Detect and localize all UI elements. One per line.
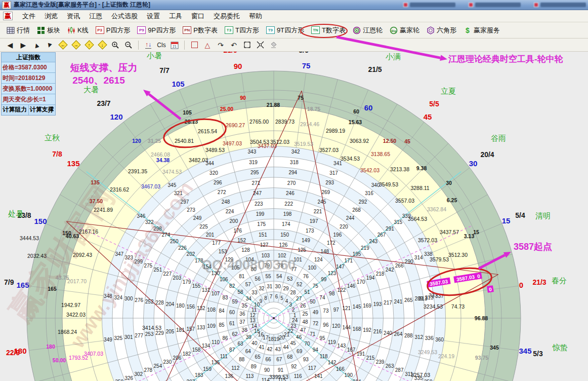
- wheel-number: 25: [303, 311, 309, 317]
- diamond-right-icon[interactable]: →: [70, 40, 82, 51]
- wheel-number: 112: [231, 365, 239, 371]
- calendar-icon[interactable]: 21: [169, 40, 181, 51]
- wheel-number: 302: [134, 371, 143, 377]
- wheel-label: 20/4: [480, 150, 494, 159]
- toolbar-item-P四方形[interactable]: P3P四方形: [92, 25, 134, 36]
- wheel-number: 360: [435, 337, 444, 342]
- wheel-number: 120: [332, 323, 341, 329]
- menu-item-文件[interactable]: 文件: [18, 11, 40, 22]
- wheel-number: 199: [256, 211, 265, 217]
- zoom-in-icon[interactable]: [109, 40, 121, 51]
- wheel-number: 343: [248, 149, 257, 155]
- wheel-number: 203: [173, 275, 182, 281]
- wheel-number: 159: [203, 366, 212, 372]
- wheel-number: 144: [342, 325, 351, 330]
- expand-icon[interactable]: [241, 40, 253, 51]
- diamond-down-icon[interactable]: ↓: [96, 40, 108, 51]
- wheel-number: 205: [166, 329, 175, 334]
- wheel-number: 218: [376, 271, 385, 277]
- diamond-up-icon[interactable]: ↑: [83, 40, 95, 51]
- wheel-number: 124: [314, 257, 323, 262]
- wheel-number: 73: [323, 308, 329, 314]
- wheel-number: 44: [283, 345, 289, 350]
- square-tool-icon[interactable]: [188, 40, 200, 51]
- chip-icon: P3: [96, 26, 104, 34]
- toolbar-item-label: P四方形: [106, 26, 131, 35]
- toolbar-item-T数字表[interactable]: TNT数字表: [308, 25, 349, 36]
- menu-item-江恩[interactable]: 江恩: [85, 11, 107, 22]
- wheel-number: 247: [253, 190, 262, 196]
- wheel-number: 53: [287, 276, 293, 282]
- wheel-number: 50: [310, 299, 316, 304]
- clear-icon[interactable]: [267, 40, 279, 51]
- menu-item-窗口[interactable]: 窗口: [187, 11, 209, 22]
- wheel-label: 3474.53: [162, 169, 182, 175]
- toolbar-item-江恩轮[interactable]: 江恩轮: [349, 25, 386, 36]
- menu-item-工具[interactable]: 工具: [164, 11, 187, 22]
- wheel-number: 34: [246, 296, 252, 301]
- triangle-tool-icon[interactable]: △: [201, 40, 214, 51]
- toolbar-item-板块[interactable]: 板块: [33, 25, 64, 36]
- wheel-label: 3257.03: [411, 372, 430, 378]
- rotate-ccw-icon[interactable]: ↷: [215, 40, 227, 51]
- tab-favicon: [534, 3, 538, 7]
- toolbar-item-行情[interactable]: 行情: [3, 25, 33, 36]
- wheel-label: 75: [302, 61, 311, 70]
- menu-item-设置[interactable]: 设置: [142, 11, 164, 22]
- toolbar-item-label: 9T四方形: [277, 26, 304, 35]
- toolbar-item-六角形[interactable]: 六角形: [423, 25, 460, 36]
- wheel-number: 24: [292, 318, 298, 323]
- toolbar-item-label: 六角形: [437, 26, 456, 35]
- menu-item-交易委托[interactable]: 交易委托: [209, 11, 244, 22]
- wheel-number: 60: [229, 310, 235, 315]
- updown-icon[interactable]: ↑↓: [142, 40, 154, 51]
- menu-item-帮助[interactable]: 帮助: [244, 11, 267, 22]
- wheel-label: 23/7: [97, 99, 110, 107]
- rotate-cw-icon[interactable]: ↶: [228, 40, 240, 51]
- wheel-number: 267: [377, 232, 386, 238]
- wheel-number: 270: [287, 180, 296, 186]
- toolbar-item-赢家轮[interactable]: Big赢家轮: [386, 25, 423, 36]
- diamond-left-icon[interactable]: ←: [57, 40, 69, 51]
- wheel-number: 190: [344, 372, 353, 378]
- toolbar-item-9P四方形[interactable]: P99P四方形: [134, 25, 179, 36]
- wheel-number: 243: [369, 239, 377, 244]
- shrink-icon[interactable]: [254, 40, 266, 51]
- wheel-number: 122: [338, 287, 346, 293]
- pointer-up-icon[interactable]: ▲: [30, 40, 43, 51]
- wheel-number: 125: [298, 247, 306, 253]
- menu-item-公式选股[interactable]: 公式选股: [107, 11, 142, 22]
- toolbar-item-P数字表[interactable]: PNP数字表: [179, 25, 221, 36]
- wheel-number: 67: [276, 357, 282, 362]
- pointer-down-icon[interactable]: ▼: [44, 40, 56, 51]
- gann-wheel-chart[interactable]: 1234567891011121314151617181920212223242…: [0, 0, 588, 381]
- toolbar-item-label: K线: [77, 26, 89, 35]
- menu-item-浏览[interactable]: 浏览: [40, 11, 62, 22]
- cls-button[interactable]: Cls: [155, 40, 167, 51]
- toolbar-item-T四方形[interactable]: T3T四方形: [221, 25, 263, 36]
- wheel-label: 2690.27: [226, 122, 245, 128]
- toolbar-item-9T四方形[interactable]: T99T四方形: [263, 25, 308, 36]
- nav-right-icon[interactable]: ▶: [17, 40, 29, 51]
- wheel-number: 29: [283, 286, 289, 291]
- nav-left-icon[interactable]: ◀: [4, 40, 16, 51]
- panel-row: 变换系数=1.00000: [2, 84, 55, 94]
- wheel-number: 141: [314, 373, 323, 379]
- window-title: 赢家江恩专业版[赢家服务平台] - [上证指数 江恩轮]: [14, 1, 150, 9]
- wheel-label: 31.25: [148, 138, 161, 144]
- wheel-number: 166: [336, 366, 345, 372]
- wheel-number: 23: [290, 323, 297, 329]
- wheel-number: 287: [395, 367, 404, 373]
- toolbar-item-K线[interactable]: K线: [64, 25, 92, 36]
- wheel-number: 113: [245, 373, 254, 379]
- wheel-number: 135: [212, 360, 220, 365]
- wheel-number: 13: [250, 318, 256, 323]
- panel-button-计算支撑[interactable]: 计算支撑: [29, 105, 56, 115]
- menu-item-资讯[interactable]: 资讯: [62, 11, 85, 22]
- svg-text:Big: Big: [391, 29, 396, 32]
- toolbar-item-赢家服务[interactable]: $赢家服务: [460, 25, 503, 36]
- wheel-label: 3527.03: [319, 147, 339, 153]
- zoom-out-icon[interactable]: [122, 40, 135, 51]
- wheel-number: 114: [262, 377, 270, 381]
- panel-button-计算阻力[interactable]: 计算阻力: [2, 105, 29, 115]
